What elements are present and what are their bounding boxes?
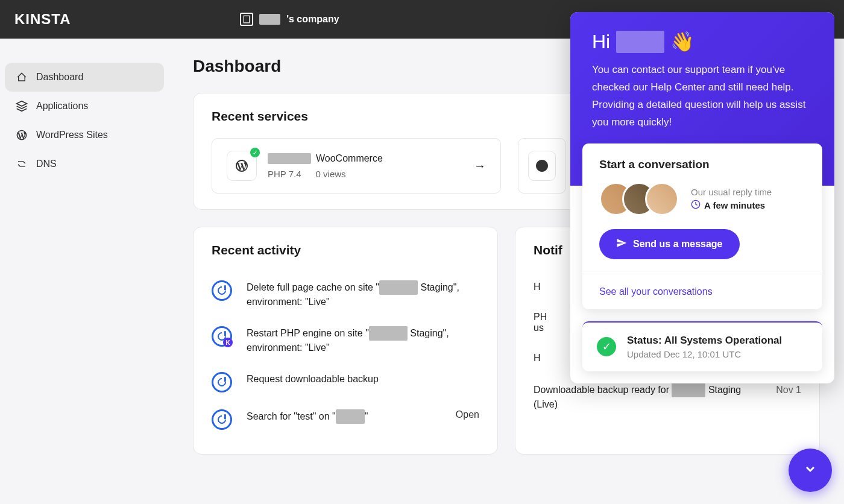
chat-description: You can contact our support team if you'…	[592, 61, 813, 131]
power-icon	[212, 372, 232, 392]
building-icon	[240, 13, 253, 26]
power-icon	[212, 280, 232, 301]
activity-item[interactable]: Search for "test" on "xxxxxx" Open	[212, 401, 479, 438]
activity-item[interactable]: Request downloadable backup	[212, 364, 479, 401]
notification-date: Nov 1	[776, 383, 801, 412]
chat-start-heading: Start a conversation	[599, 158, 805, 171]
status-title: Status: All Systems Operational	[627, 335, 782, 347]
reply-time-value: A few minutes	[704, 200, 765, 210]
activity-status: Open	[456, 409, 479, 420]
recent-activity-card: Recent activity Delete full page cache o…	[193, 227, 498, 455]
activity-item[interactable]: Delete full page cache on site "xxxxxxxx…	[212, 272, 479, 318]
service-card-peek[interactable]	[518, 138, 566, 194]
sidebar-item-label: WordPress Sites	[36, 130, 108, 140]
power-icon	[212, 409, 232, 430]
svg-marker-5	[17, 101, 27, 106]
chat-start-card: Start a conversation Our usual reply tim…	[582, 143, 822, 309]
service-card[interactable]: ✓ xxxxxxxxx WooCommerce PHP 7.4 0 views …	[212, 138, 501, 194]
chat-widget: Hi xxxxx 👋 You can contact our support t…	[570, 12, 834, 383]
status-updated: Updated Dec 12, 10:01 UTC	[627, 349, 782, 359]
sidebar-item-label: Applications	[36, 101, 88, 112]
sidebar-item-label: Dashboard	[36, 72, 83, 83]
support-avatars	[599, 182, 679, 216]
arrow-right-icon: →	[474, 159, 486, 173]
chat-fab-button[interactable]	[789, 449, 832, 492]
check-icon: ✓	[597, 337, 616, 356]
service-name-redacted: xxxxxxxxx	[268, 153, 311, 164]
company-suffix: 's company	[286, 14, 339, 25]
k-badge-icon: K	[223, 338, 233, 347]
recent-activity-heading: Recent activity	[212, 243, 479, 257]
service-icon	[528, 151, 556, 181]
sidebar-item-dashboard[interactable]: Dashboard	[5, 63, 164, 92]
dns-icon	[16, 158, 28, 170]
layers-icon	[16, 100, 28, 112]
brand-logo[interactable]: KINSTA	[14, 11, 71, 28]
home-icon	[16, 71, 28, 83]
see-all-conversations-link[interactable]: See all your conversations	[599, 286, 713, 297]
wave-icon: 👋	[670, 30, 694, 53]
send-message-button[interactable]: Send us a message	[599, 229, 740, 259]
chevron-down-icon	[803, 462, 817, 479]
company-selector[interactable]: xxxx 's company	[240, 13, 339, 26]
sidebar-item-wordpress[interactable]: WordPress Sites	[5, 121, 164, 150]
service-views: 0 views	[316, 169, 346, 179]
power-icon: K	[212, 326, 232, 347]
wordpress-icon	[16, 129, 28, 141]
sidebar: Dashboard Applications WordPress Sites D…	[0, 39, 169, 504]
send-icon	[616, 238, 627, 251]
service-php: PHP 7.4	[268, 169, 301, 179]
clock-icon	[691, 200, 701, 211]
activity-item[interactable]: K Restart PHP engine on site "xxxxxxxx S…	[212, 318, 479, 364]
status-card[interactable]: ✓ Status: All Systems Operational Update…	[582, 321, 822, 371]
company-name-redacted: xxxx	[259, 14, 281, 25]
reply-usual-label: Our usual reply time	[691, 187, 772, 197]
sidebar-item-label: DNS	[36, 159, 57, 169]
svg-rect-0	[244, 16, 249, 23]
chat-greeting: Hi xxxxx 👋	[592, 30, 813, 53]
avatar	[645, 182, 679, 216]
check-badge-icon: ✓	[250, 148, 260, 157]
service-icon: ✓	[227, 151, 257, 181]
service-name-suffix: WooCommerce	[316, 153, 383, 164]
sidebar-item-dns[interactable]: DNS	[5, 150, 164, 178]
sidebar-item-applications[interactable]: Applications	[5, 92, 164, 121]
